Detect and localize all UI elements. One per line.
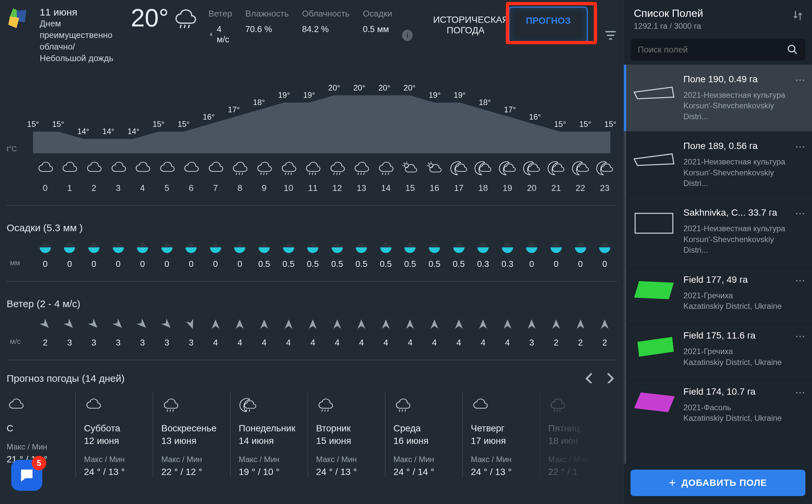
- sort-icon[interactable]: [792, 10, 803, 21]
- drop-icon: [185, 242, 197, 253]
- search-input[interactable]: [638, 45, 787, 55]
- wind-cell: 4: [228, 318, 252, 348]
- drop-icon: [113, 242, 124, 253]
- add-field-button[interactable]: + ДОБАВИТЬ ПОЛЕ: [631, 470, 805, 496]
- clouds-label: Облачность: [302, 9, 350, 19]
- wind-value: 3: [130, 338, 155, 348]
- day-card[interactable]: Среда 16 июня Макс / Мин 24 ° / 14 °: [385, 392, 462, 477]
- precip-value: 0: [179, 259, 203, 269]
- wind-cell: 4: [252, 318, 277, 348]
- field-item[interactable]: Field 174, 10.7 га 2021-ФасольKazatinski…: [624, 377, 812, 433]
- temp-point-label: 20°: [353, 83, 365, 92]
- precip-value: 0: [568, 259, 593, 269]
- hour-cell: 0: [33, 160, 57, 193]
- maxmin-label: Макс / Мин: [316, 455, 377, 464]
- temp-point-label: 17°: [504, 105, 516, 114]
- temp-point-label: 15°: [604, 120, 616, 129]
- wind-cell: 4: [301, 318, 325, 348]
- precip-value: 0.5: [350, 259, 374, 269]
- day-card[interactable]: Пятниц 18 июн Макс / Мин 22 ° / 1: [539, 392, 617, 477]
- field-item[interactable]: Поле 189, 0.56 га 2021-Неизвестная культ…: [624, 131, 812, 198]
- drop-icon: [161, 242, 172, 253]
- maxmin-value: 22 ° / 1: [548, 467, 609, 477]
- wind-arrow-icon: [379, 318, 392, 331]
- wind-arrow-icon: [109, 315, 128, 334]
- precip-cell: 0: [155, 242, 179, 269]
- temp-chart: t°C 15°15°14°14°14°15°15°16°17°18°19°19°…: [7, 81, 617, 153]
- precip-value: 0.5: [374, 259, 398, 269]
- wind-cell: 4: [325, 318, 350, 348]
- field-name: Поле 190, 0.49 га: [683, 74, 786, 85]
- drop-icon: [234, 242, 245, 253]
- temp-point-label: 15°: [152, 120, 164, 129]
- chat-button[interactable]: 5: [11, 460, 42, 491]
- maxmin-label: Макс / Мин: [548, 455, 609, 464]
- field-item[interactable]: Поле 190, 0.49 га 2021-Неизвестная культ…: [624, 64, 812, 131]
- more-icon[interactable]: ⋯: [794, 74, 806, 122]
- more-icon[interactable]: ⋯: [794, 274, 806, 312]
- maxmin-label: Макс / Мин: [393, 455, 454, 464]
- wind-value: 3: [179, 338, 203, 348]
- hour-cell: 8: [228, 160, 252, 193]
- temp-point-label: 19°: [278, 90, 290, 100]
- rain-icon: [328, 160, 347, 178]
- temp-point-label: 19°: [428, 90, 440, 100]
- field-meta: 2021-ГречихаKazatinskiy District, Ukrain…: [683, 290, 786, 312]
- wind-arrow-icon: [85, 315, 103, 334]
- day-name: С: [7, 423, 67, 434]
- day-card[interactable]: Понедельник 14 июня Макс / Мин 19 ° / 10…: [230, 392, 308, 477]
- field-name: Поле 189, 0.56 га: [683, 141, 786, 151]
- hour-cell: 13: [350, 160, 374, 193]
- precip-cell: 0: [228, 242, 252, 269]
- day-card[interactable]: Вторник 15 июня Макс / Мин 24 ° / 13 °: [308, 392, 385, 477]
- filter-icon[interactable]: [604, 29, 617, 42]
- wind-value: 4: [301, 338, 325, 348]
- sidebar-title: Список Полей: [634, 7, 703, 19]
- wind-value: 4 м/с: [208, 24, 232, 45]
- wind-arrow-icon: [282, 318, 295, 331]
- forecast-next-icon[interactable]: [603, 372, 617, 385]
- more-icon[interactable]: ⋯: [794, 141, 806, 189]
- hour-cell: 18: [471, 160, 495, 193]
- day-name: Воскресенье: [161, 423, 222, 434]
- precip-cell: 0.5: [374, 242, 398, 269]
- more-icon[interactable]: ⋯: [794, 330, 806, 368]
- wind-value: 4: [350, 338, 374, 348]
- precip-value: 0.5: [447, 259, 471, 269]
- drop-icon: [550, 242, 562, 253]
- hour-cell: 19: [495, 160, 520, 193]
- drop-icon: [404, 242, 416, 253]
- day-card[interactable]: Суббота 12 июня Макс / Мин 24 ° / 13 °: [75, 392, 153, 477]
- search-box[interactable]: [631, 39, 805, 60]
- precip-cell: 0: [520, 242, 544, 269]
- wind-cell: 3: [82, 318, 106, 348]
- hour-cell: 6: [179, 160, 203, 193]
- field-item[interactable]: Field 175, 11.6 га 2021-ГречихаKazatinsk…: [624, 321, 812, 377]
- wind-arrow-icon: [183, 316, 200, 333]
- hour-cell: 9: [252, 160, 277, 193]
- tab-historical[interactable]: ИСТОРИЧЕСКАЯ ПОГОДА: [423, 7, 508, 44]
- precip-cell: 0.3: [495, 242, 520, 269]
- field-name: Field 175, 11.6 га: [683, 330, 786, 341]
- precip-cell: 0.5: [277, 242, 301, 269]
- precip-cell: 0.5: [325, 242, 350, 269]
- precip-unit: мм: [10, 259, 20, 267]
- forecast-prev-icon[interactable]: [582, 372, 596, 385]
- more-icon[interactable]: ⋯: [794, 207, 806, 255]
- precip-cell: 0: [130, 242, 155, 269]
- field-name: Field 177, 49 га: [683, 274, 786, 285]
- field-item[interactable]: Field 177, 49 га 2021-ГречихаKazatinskiy…: [624, 265, 812, 321]
- svg-point-12: [788, 45, 795, 52]
- drop-icon: [575, 242, 586, 253]
- cloud-icon: [7, 397, 25, 415]
- day-card[interactable]: Четверг 17 июня Макс / Мин 24 ° / 13 °: [462, 392, 539, 477]
- day-card[interactable]: Воскресенье 13 июня Макс / Мин 22 ° / 12…: [153, 392, 230, 477]
- field-item[interactable]: Sakhnivka, С... 33.7 га 2021-Неизвестная…: [624, 198, 812, 265]
- more-icon[interactable]: ⋯: [794, 386, 806, 424]
- temp-point-label: 20°: [379, 83, 390, 92]
- wind-value: 3: [82, 338, 106, 348]
- wind-cell: 3: [179, 318, 203, 348]
- wind-arrow-icon: [574, 318, 587, 331]
- info-icon[interactable]: i: [402, 30, 413, 41]
- maxmin-value: 24 ° / 13 °: [84, 467, 145, 477]
